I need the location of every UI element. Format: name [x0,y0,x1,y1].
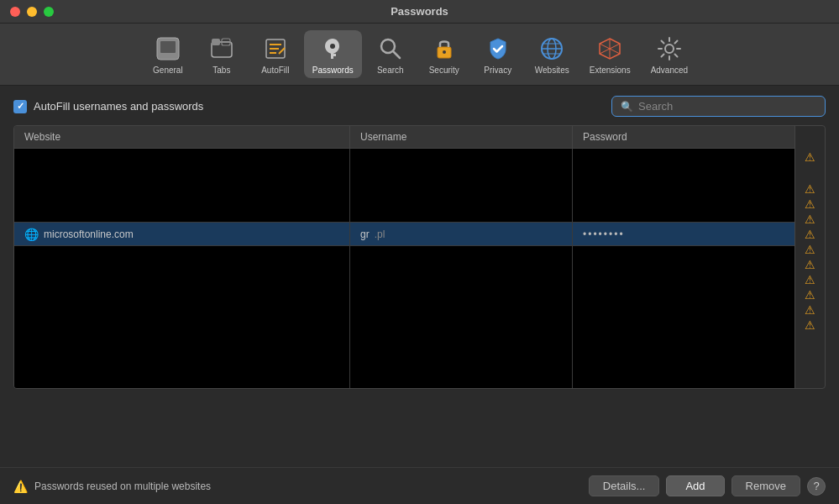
advanced-icon [654,34,684,64]
autofill-row: AutoFill usernames and passwords [13,100,203,113]
toolbar-label-extensions: Extensions [590,66,631,75]
websites-icon [537,34,567,64]
search-input[interactable] [638,100,816,113]
cell-website [14,149,350,222]
toolbar-label-security: Security [429,66,459,75]
extensions-icon [595,34,625,64]
window-controls[interactable] [10,7,54,17]
cell-website [14,246,350,389]
search-toolbar-icon [375,34,406,64]
globe-icon: 🌐 [24,228,39,241]
help-button[interactable]: ? [807,477,826,496]
autofill-icon [260,34,291,64]
warning-icon: ⚠ [805,274,815,286]
toolbar-label-privacy: Privacy [484,66,511,75]
cell-username: gr .pl [350,223,573,245]
toolbar-item-websites[interactable]: Websites [527,30,578,78]
password-value: •••••••• [583,228,625,240]
close-button[interactable] [10,7,20,17]
top-bar: AutoFill usernames and passwords 🔍 [13,96,826,117]
tabs-icon [207,34,237,64]
general-icon [153,34,183,64]
toolbar-item-extensions[interactable]: Extensions [581,30,639,78]
svg-point-10 [330,44,335,49]
warning-icon: ⚠ [805,259,815,270]
status-bar: ⚠️ Passwords reused on multiple websites… [0,467,839,504]
toolbar-item-privacy[interactable]: Privacy [473,30,523,78]
table-body: 🌐 microsoftonline.com gr .pl •••••••• [14,149,825,389]
warning-icon: ⚠ [805,319,815,331]
toolbar-label-general: General [153,66,183,75]
autofill-checkbox[interactable] [13,100,27,113]
details-button[interactable]: Details... [589,475,660,496]
toolbar-label-tabs: Tabs [212,66,230,75]
table-row[interactable] [14,149,794,223]
col-password: Password [573,126,787,148]
window-title: Passwords [391,5,448,18]
toolbar-item-advanced[interactable]: Advanced [642,30,696,78]
warning-icon: ⚠ [805,304,815,316]
col-username: Username [350,126,573,148]
toolbar-item-tabs[interactable]: Tabs [197,30,247,78]
status-message: ⚠️ Passwords reused on multiple websites [13,480,211,493]
remove-button[interactable]: Remove [732,475,800,496]
warning-icon: ⚠ [805,289,815,301]
cell-username [350,149,573,222]
toolbar-item-search[interactable]: Search [365,30,416,78]
status-warning-icon: ⚠️ [13,480,28,493]
toolbar-item-autofill[interactable]: AutoFill [250,30,301,78]
minimize-button[interactable] [27,7,37,17]
cell-password [573,246,787,389]
table-header: Website Username Password [14,126,794,149]
col-website: Website [14,126,350,148]
toolbar-item-passwords[interactable]: Passwords [304,30,362,78]
toolbar-item-general[interactable]: General [143,30,193,78]
svg-point-14 [443,50,446,54]
search-box[interactable]: 🔍 [611,96,826,117]
table-row[interactable]: 🌐 microsoftonline.com gr .pl •••••••• [14,223,794,246]
content-area: AutoFill usernames and passwords 🔍 Websi… [0,86,839,479]
svg-rect-1 [160,41,176,53]
autofill-label: AutoFill usernames and passwords [34,100,203,113]
warning-icon: ⚠ [805,244,815,255]
svg-point-24 [665,45,674,53]
toolbar-label-websites: Websites [535,66,569,75]
username-suffix: .pl [375,228,385,240]
website-value: microsoftonline.com [44,228,134,240]
title-bar: Passwords [0,0,839,24]
svg-rect-3 [212,39,220,45]
status-text: Passwords reused on multiple websites [34,480,211,492]
username-value: gr [360,228,370,240]
passwords-icon [317,34,348,64]
maximize-button[interactable] [44,7,54,17]
search-icon: 🔍 [621,101,633,113]
warning-icon: ⚠ [805,183,815,195]
svg-line-12 [393,51,400,58]
warning-icon: ⚠ [805,213,815,225]
cell-password: •••••••• [573,223,787,245]
privacy-icon [483,34,513,64]
table-row[interactable] [14,246,794,389]
cell-password [573,149,787,222]
status-buttons: Details... Add Remove ? [589,475,826,496]
toolbar-label-passwords: Passwords [312,66,354,75]
warning-icon: ⚠ [805,228,815,240]
add-button[interactable]: Add [666,475,724,496]
warning-icon: ⚠ [805,151,815,163]
toolbar-label-search: Search [377,66,404,75]
warnings-column: ⚠ ⚠ ⚠ ⚠ ⚠ ⚠ ⚠ ⚠ ⚠ ⚠ ⚠ [794,126,825,388]
cell-username [350,246,573,389]
toolbar-label-advanced: Advanced [651,66,688,75]
password-table-wrapper: Website Username Password 🌐 microsoftonl… [13,125,826,389]
toolbar-label-autofill: AutoFill [261,66,289,75]
cell-website: 🌐 microsoftonline.com [14,223,350,245]
svg-line-9 [279,48,285,54]
warning-icon: ⚠ [805,198,815,210]
toolbar: General Tabs AutoFill Passwords Search S [0,24,839,86]
toolbar-item-security[interactable]: Security [419,30,469,78]
security-icon [429,34,459,64]
